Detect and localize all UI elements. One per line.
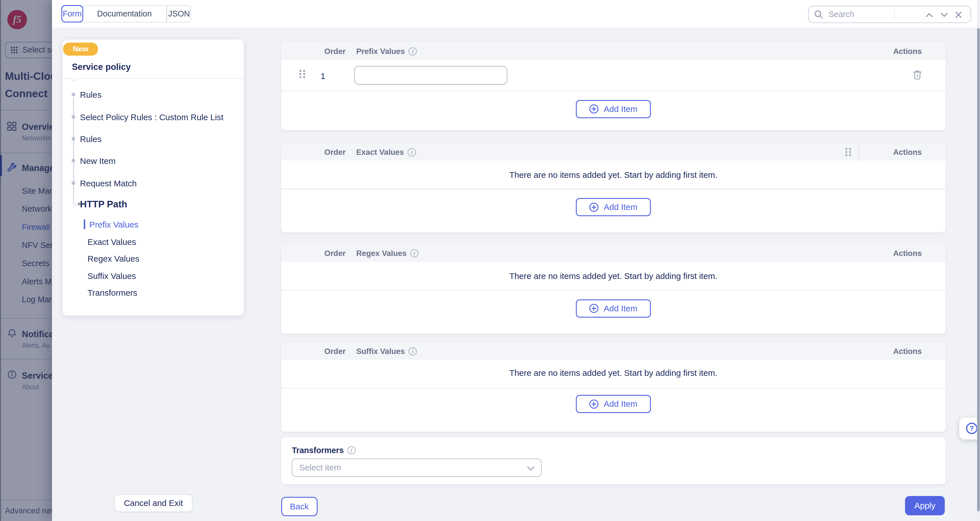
info-icon[interactable]: i bbox=[407, 148, 416, 156]
empty-state-text: There are no items added yet. Start by a… bbox=[281, 368, 946, 378]
search-box[interactable] bbox=[808, 6, 971, 23]
tab-json[interactable]: JSON bbox=[167, 5, 191, 23]
modal-backdrop bbox=[0, 0, 52, 521]
info-icon[interactable]: i bbox=[409, 48, 417, 56]
app-sidebar: f5 Select se Multi-Clou Connect Overvie … bbox=[0, 0, 52, 521]
add-item-button[interactable]: Add Item bbox=[576, 100, 651, 118]
column-header-prefix-values: Prefix Values i bbox=[356, 47, 417, 56]
tab-form[interactable]: Form bbox=[61, 5, 83, 23]
apply-button[interactable]: Apply bbox=[905, 496, 945, 515]
prefix-value-input[interactable] bbox=[354, 66, 508, 84]
back-button[interactable]: Back bbox=[281, 497, 318, 516]
table-header: Order Exact Values i Actions bbox=[281, 143, 946, 161]
step-http-path[interactable]: HTTP Path bbox=[80, 199, 127, 210]
step-request-match[interactable]: Request Match bbox=[80, 179, 137, 188]
collapse-caret-icon[interactable] bbox=[70, 75, 78, 82]
prefix-values-card: Order Prefix Values i Actions 1 bbox=[281, 42, 946, 130]
transformers-card: Transformers i Select item bbox=[281, 438, 946, 484]
transformers-select[interactable]: Select item bbox=[292, 459, 542, 477]
empty-state-text: There are no items added yet. Start by a… bbox=[281, 271, 946, 281]
stepper-rail-corner bbox=[73, 199, 78, 206]
column-header-actions: Actions bbox=[893, 47, 922, 56]
header-divider bbox=[859, 143, 859, 161]
select-placeholder: Select item bbox=[299, 463, 341, 472]
form-content: New Service policy Rules Select Policy R… bbox=[52, 27, 980, 521]
column-header-actions: Actions bbox=[893, 148, 922, 157]
column-header-actions: Actions bbox=[893, 347, 922, 356]
column-header-order: Order bbox=[325, 47, 346, 56]
step-dot bbox=[72, 137, 75, 140]
column-header-order: Order bbox=[325, 347, 346, 356]
add-item-button[interactable]: Add Item bbox=[576, 395, 651, 413]
step-dot bbox=[72, 159, 75, 163]
chevron-up-icon[interactable] bbox=[925, 11, 934, 19]
add-item-button[interactable]: Add Item bbox=[576, 300, 651, 318]
search-input[interactable] bbox=[827, 9, 904, 20]
transformers-label: Transformers i bbox=[292, 446, 356, 455]
drag-handle-icon[interactable] bbox=[299, 69, 305, 79]
modal-topbar: Form Documentation JSON bbox=[52, 0, 980, 27]
window-edge bbox=[0, 0, 1, 521]
table-header: Order Suffix Values i Actions bbox=[281, 342, 946, 360]
row-divider bbox=[281, 189, 946, 189]
step-dot bbox=[72, 181, 75, 185]
close-icon[interactable] bbox=[954, 11, 963, 19]
question-mark-icon: ? bbox=[966, 423, 977, 434]
empty-state-text: There are no items added yet. Start by a… bbox=[281, 170, 946, 180]
info-icon[interactable]: i bbox=[409, 347, 417, 356]
step-new-item[interactable]: New Item bbox=[80, 156, 116, 166]
step-select-policy-rules[interactable]: Select Policy Rules : Custom Rule List bbox=[80, 113, 224, 122]
substep-prefix-values[interactable]: Prefix Values bbox=[89, 220, 138, 229]
column-header-order: Order bbox=[325, 249, 346, 258]
suffix-values-card: Order Suffix Values i Actions There are … bbox=[281, 342, 946, 432]
row-divider bbox=[281, 290, 946, 291]
add-item-button[interactable]: Add Item bbox=[576, 198, 651, 216]
column-header-regex-values: Regex Values i bbox=[356, 249, 418, 258]
row-order-value: 1 bbox=[321, 71, 326, 81]
column-header-suffix-values: Suffix Values i bbox=[356, 347, 417, 356]
chevron-down-icon[interactable] bbox=[940, 11, 949, 19]
page-scrollbar[interactable] bbox=[977, 0, 980, 521]
column-header-exact-values: Exact Values i bbox=[356, 148, 416, 157]
drag-handle-icon[interactable] bbox=[845, 148, 852, 156]
active-substep-indicator bbox=[84, 219, 86, 229]
info-icon[interactable]: i bbox=[410, 249, 419, 257]
step-rules-1[interactable]: Rules bbox=[80, 90, 102, 100]
app-root: f5 Select se Multi-Clou Connect Overvie … bbox=[0, 0, 980, 521]
substep-transformers[interactable]: Transformers bbox=[88, 288, 137, 298]
substep-exact-values[interactable]: Exact Values bbox=[88, 237, 136, 247]
step-rules-2[interactable]: Rules bbox=[80, 134, 102, 144]
step-dot bbox=[72, 115, 75, 119]
substep-suffix-values[interactable]: Suffix Values bbox=[88, 271, 136, 281]
scrollbar-thumb[interactable] bbox=[977, 28, 980, 511]
row-divider bbox=[281, 91, 946, 91]
tab-documentation[interactable]: Documentation bbox=[83, 5, 167, 23]
table-header: Order Prefix Values i Actions bbox=[281, 42, 946, 60]
status-badge-new: New bbox=[63, 43, 98, 56]
modal-main-area: Form Documentation JSON bbox=[52, 0, 980, 521]
table-header: Order Regex Values i Actions bbox=[281, 244, 946, 262]
row-divider bbox=[281, 388, 946, 389]
cancel-and-exit-button[interactable]: Cancel and Exit bbox=[115, 494, 192, 512]
search-divider bbox=[894, 10, 895, 20]
regex-values-card: Order Regex Values i Actions There are n… bbox=[281, 244, 946, 334]
wizard-divider bbox=[62, 78, 244, 79]
chevron-down-icon bbox=[527, 463, 534, 471]
wizard-panel: New Service policy Rules Select Policy R… bbox=[62, 40, 244, 315]
substep-regex-values[interactable]: Regex Values bbox=[88, 254, 140, 264]
exact-values-card: Order Exact Values i Actions There are n… bbox=[281, 143, 946, 233]
search-icon bbox=[814, 10, 823, 19]
page-title: Service policy bbox=[72, 62, 130, 72]
column-header-order: Order bbox=[325, 148, 346, 157]
trash-icon[interactable] bbox=[913, 70, 922, 80]
column-header-actions: Actions bbox=[893, 249, 922, 258]
info-icon[interactable]: i bbox=[347, 446, 356, 454]
step-dot bbox=[72, 92, 75, 96]
